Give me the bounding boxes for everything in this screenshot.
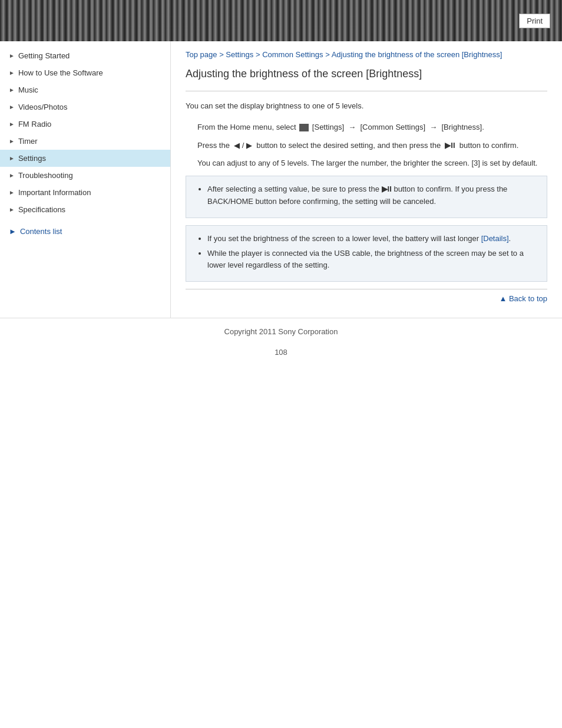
page-layout: ► Getting Started ► How to Use the Softw… xyxy=(0,41,562,318)
settings-icon xyxy=(299,124,309,131)
arrow-icon-getting-started: ► xyxy=(9,52,15,59)
arrow-icon-fm-radio: ► xyxy=(9,121,15,127)
sidebar-item-important-info[interactable]: ► Important Information xyxy=(0,184,170,201)
intro-text: You can set the display brightness to on… xyxy=(186,100,547,113)
sidebar-item-troubleshooting[interactable]: ► Troubleshooting xyxy=(0,167,170,184)
footer: Copyright 2011 Sony Corporation xyxy=(0,318,562,342)
breadcrumb-current[interactable]: Adjusting the brightness of the screen [… xyxy=(332,50,503,59)
page-number: 108 xyxy=(0,342,562,363)
sidebar-item-getting-started[interactable]: ► Getting Started xyxy=(0,47,170,64)
breadcrumb-top-page[interactable]: Top page xyxy=(186,50,217,59)
contents-list-arrow-icon: ► xyxy=(9,227,16,236)
arrow-icon-specifications: ► xyxy=(9,206,15,213)
sidebar-label-important-info: Important Information xyxy=(18,188,91,197)
sidebar-label-how-to-use: How to Use the Software xyxy=(18,68,103,77)
hint-box: If you set the brightness of the screen … xyxy=(186,225,547,282)
arrow-icon-timer: ► xyxy=(9,138,15,144)
back-to-top-row: ▲ Back to top xyxy=(186,289,547,303)
hint-item-1: If you set the brightness of the screen … xyxy=(207,233,537,245)
arrow-icon-music: ► xyxy=(9,87,15,93)
page-title: Adjusting the brightness of the screen [… xyxy=(186,68,547,80)
back-to-top-triangle: ▲ xyxy=(499,294,507,303)
sidebar-label-timer: Timer xyxy=(18,137,38,146)
sidebar-label-fm-radio: FM Radio xyxy=(18,120,51,129)
note-box: After selecting a setting value, be sure… xyxy=(186,176,547,218)
hint-item-2: While the player is connected via the US… xyxy=(207,248,537,272)
breadcrumb-common-settings[interactable]: Common Settings xyxy=(262,50,323,59)
instruction-2: Press the ◀ / ▶ button to select the des… xyxy=(197,140,547,152)
header-bar: Print xyxy=(0,0,562,41)
instruction-3: You can adjust to any of 5 levels. The l… xyxy=(197,157,547,170)
page-title-section: Adjusting the brightness of the screen [… xyxy=(186,68,547,91)
sidebar-item-timer[interactable]: ► Timer xyxy=(0,133,170,150)
sidebar-label-settings: Settings xyxy=(18,154,46,163)
arrow-icon-settings: ► xyxy=(9,155,15,162)
arrow-icon-troubleshooting: ► xyxy=(9,172,15,179)
sidebar-label-specifications: Specifications xyxy=(18,205,65,214)
arrow-icon-important-info: ► xyxy=(9,189,15,196)
arrow-icon-how-to-use: ► xyxy=(9,70,15,76)
main-content: Top page > Settings > Common Settings > … xyxy=(171,41,562,318)
sidebar-label-music: Music xyxy=(18,85,38,94)
contents-list-label: Contents list xyxy=(20,227,62,236)
sidebar-item-fm-radio[interactable]: ► FM Radio xyxy=(0,116,170,133)
back-to-top-link[interactable]: Back to top xyxy=(509,294,547,303)
arrow-icon-videos-photos: ► xyxy=(9,104,15,110)
sidebar-label-getting-started: Getting Started xyxy=(18,51,70,60)
breadcrumb-settings[interactable]: Settings xyxy=(226,50,253,59)
breadcrumb-sep-1: > xyxy=(219,50,226,59)
copyright-text: Copyright 2011 Sony Corporation xyxy=(224,327,338,336)
breadcrumb-sep-3: > xyxy=(325,50,332,59)
sidebar-item-settings[interactable]: ► Settings xyxy=(0,150,170,167)
print-button[interactable]: Print xyxy=(519,14,550,28)
note-item-1: After selecting a setting value, be sure… xyxy=(207,183,537,208)
sidebar-item-how-to-use[interactable]: ► How to Use the Software xyxy=(0,64,170,81)
sidebar-label-videos-photos: Videos/Photos xyxy=(18,103,68,111)
sidebar-item-music[interactable]: ► Music xyxy=(0,81,170,98)
breadcrumb-sep-2: > xyxy=(256,50,262,59)
instruction-1: From the Home menu, select [Settings] → … xyxy=(197,121,547,134)
sidebar: ► Getting Started ► How to Use the Softw… xyxy=(0,41,171,318)
contents-list-link[interactable]: ► Contents list xyxy=(0,221,170,242)
sidebar-label-troubleshooting: Troubleshooting xyxy=(18,171,73,180)
sidebar-item-videos-photos[interactable]: ► Videos/Photos xyxy=(0,98,170,116)
details-link[interactable]: [Details] xyxy=(481,234,509,243)
sidebar-item-specifications[interactable]: ► Specifications xyxy=(0,201,170,218)
breadcrumb: Top page > Settings > Common Settings > … xyxy=(186,50,547,59)
